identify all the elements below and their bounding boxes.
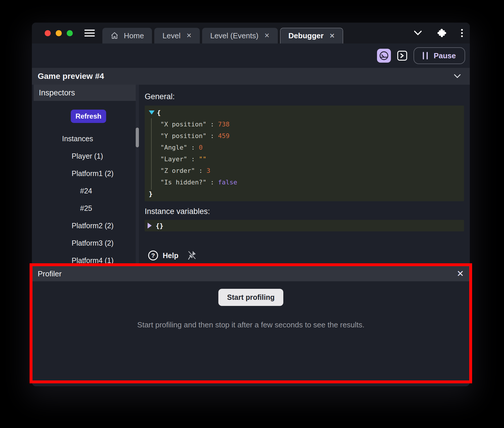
tab-debugger[interactable]: Debugger ✕ xyxy=(280,28,343,43)
tree-item[interactable]: Platform1 (2) xyxy=(34,165,137,182)
debugger-toolbar: Pause xyxy=(32,43,470,68)
close-window-button[interactable] xyxy=(45,30,51,36)
property-key: "Angle" xyxy=(160,144,187,151)
more-options-kebab-icon[interactable] xyxy=(461,29,463,37)
console-icon[interactable] xyxy=(397,51,407,61)
tab-label: Level (Events) xyxy=(210,31,258,40)
property-key: "Z order" xyxy=(160,167,195,174)
indent-guide xyxy=(151,118,152,190)
property-value: "" xyxy=(199,155,206,163)
colon: : xyxy=(206,121,218,128)
tab-label: Debugger xyxy=(289,31,324,40)
tree-item-label: #24 xyxy=(80,187,92,195)
tab-label: Home xyxy=(124,31,144,40)
tree-item[interactable]: Platform3 (2) xyxy=(34,234,137,252)
close-brace: } xyxy=(149,190,153,197)
instance-variables-label: Instance variables: xyxy=(145,206,464,217)
colon: : xyxy=(206,179,218,186)
tab-bar: Home Level ✕ Level (Events) ✕ Debugger ✕ xyxy=(102,28,343,43)
question-mark-icon: ? xyxy=(148,251,158,260)
home-icon xyxy=(110,32,119,40)
tab-level[interactable]: Level ✕ xyxy=(154,28,200,43)
property-value: 0 xyxy=(199,144,202,151)
help-button[interactable]: ? Help xyxy=(148,251,178,260)
refresh-button[interactable]: Refresh xyxy=(71,110,106,123)
pause-button[interactable]: Pause xyxy=(414,47,465,64)
close-tab-icon[interactable]: ✕ xyxy=(264,32,269,39)
open-brace: { xyxy=(157,109,161,116)
unpin-button[interactable] xyxy=(187,250,197,261)
profiler-header: Profiler ✕ xyxy=(32,266,469,281)
profiler-title: Profiler xyxy=(38,269,61,278)
menu-icon[interactable] xyxy=(84,30,95,37)
general-label: General: xyxy=(145,91,464,102)
instance-variables-panel: {} xyxy=(145,220,464,231)
collapse-arrow-icon[interactable] xyxy=(149,110,155,115)
colon: : xyxy=(187,144,199,151)
property-row: "Z order" : 3 xyxy=(149,165,464,176)
zoom-window-button[interactable] xyxy=(67,30,73,36)
chevron-down-icon[interactable] xyxy=(454,74,461,79)
help-label: Help xyxy=(163,251,178,260)
tree-item[interactable]: #25 xyxy=(34,200,137,217)
tab-home[interactable]: Home xyxy=(102,28,152,43)
general-json-panel: { "X position" : 738 "Y position" : 459 … xyxy=(145,106,464,201)
property-key: "Y position" xyxy=(160,132,206,139)
pause-label: Pause xyxy=(434,51,456,60)
property-value: 459 xyxy=(218,132,230,139)
property-row: "Is hidden?" : false xyxy=(149,176,464,188)
profiler-hint: Start profiling and then stop it after a… xyxy=(32,320,469,329)
tree-item[interactable]: #24 xyxy=(34,182,137,200)
minimize-window-button[interactable] xyxy=(56,30,62,36)
gdevelop-window: Home Level ✕ Level (Events) ✕ Debugger ✕ xyxy=(32,23,470,386)
tab-label: Level xyxy=(162,31,180,40)
window-controls xyxy=(45,30,73,36)
close-profiler-icon[interactable]: ✕ xyxy=(457,269,464,278)
close-tab-icon[interactable]: ✕ xyxy=(329,32,335,40)
close-tab-icon[interactable]: ✕ xyxy=(186,32,192,39)
profiler-speedometer-icon[interactable] xyxy=(377,49,391,63)
tree-item[interactable]: Instances xyxy=(34,130,137,147)
property-key: "Layer" xyxy=(160,155,187,163)
profiler-panel: Profiler ✕ Start profiling Start profili… xyxy=(30,263,472,383)
tree-item-label: Platform4 (1) xyxy=(72,256,113,264)
tree-item[interactable]: Platform2 (2) xyxy=(34,217,137,234)
tree-item-label: Platform2 (2) xyxy=(72,222,113,230)
inspector-content: General: { "X position" : 738 "Y positio… xyxy=(137,85,470,263)
property-key: "X position" xyxy=(160,121,206,128)
property-key: "Is hidden?" xyxy=(160,179,206,186)
tree-item-label: Platform1 (2) xyxy=(72,169,113,178)
tab-level-events[interactable]: Level (Events) ✕ xyxy=(202,28,278,43)
start-profiling-button[interactable]: Start profiling xyxy=(218,289,283,306)
pause-icon xyxy=(423,52,428,59)
tree-item[interactable]: Player (1) xyxy=(34,147,137,165)
tree-item-label: Platform3 (2) xyxy=(72,239,113,247)
tree-item-label: #25 xyxy=(80,204,92,213)
title-bar: Home Level ✕ Level (Events) ✕ Debugger ✕ xyxy=(32,23,470,43)
property-row: "Layer" : "" xyxy=(149,153,464,165)
colon: : xyxy=(206,132,218,139)
property-value: 738 xyxy=(218,121,230,128)
tree-item-label: Instances xyxy=(62,135,93,143)
colon: : xyxy=(187,155,199,163)
property-row: "X position" : 738 xyxy=(149,118,464,130)
extensions-puzzle-icon[interactable] xyxy=(437,28,447,38)
profiler-body: Start profiling Start profiling and then… xyxy=(32,281,469,329)
inspectors-sidebar: Inspectors Refresh Instances Player (1) … xyxy=(34,85,137,263)
expand-arrow-icon[interactable] xyxy=(148,223,152,228)
chevron-down-icon[interactable] xyxy=(414,30,422,36)
property-row: "Y position" : 459 xyxy=(149,130,464,142)
pin-off-icon xyxy=(187,250,197,261)
help-row: ? Help xyxy=(145,250,464,261)
variables-value: {} xyxy=(156,222,164,229)
debugger-main: Inspectors Refresh Instances Player (1) … xyxy=(32,85,470,263)
colon: : xyxy=(195,167,206,174)
tree-item[interactable]: Platform4 (1) xyxy=(34,252,137,263)
desktop-background: Home Level ✕ Level (Events) ✕ Debugger ✕ xyxy=(0,0,504,428)
game-preview-title: Game preview #4 xyxy=(38,72,104,81)
property-value: false xyxy=(218,179,237,186)
game-preview-header[interactable]: Game preview #4 xyxy=(32,68,470,85)
property-value: 3 xyxy=(206,167,210,174)
property-row: "Angle" : 0 xyxy=(149,142,464,153)
inspectors-header: Inspectors xyxy=(34,85,137,101)
